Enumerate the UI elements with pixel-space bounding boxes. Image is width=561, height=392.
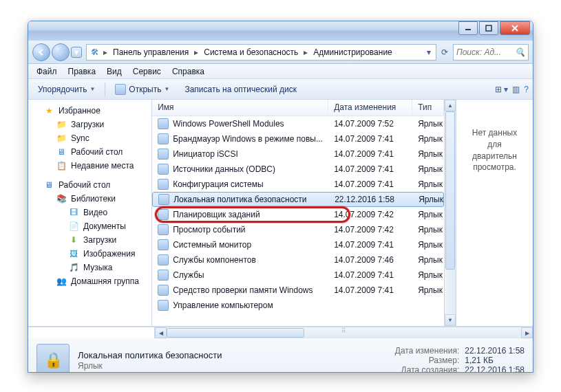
list-item-type: Ярлык: [412, 119, 444, 129]
scroll-thumb[interactable]: [445, 111, 455, 270]
breadcrumb-segment[interactable]: Система и безопасность: [201, 47, 301, 57]
minimize-button[interactable]: [458, 21, 478, 35]
open-button[interactable]: Открыть▼: [109, 82, 175, 97]
list-item-name: Службы компонентов: [173, 255, 256, 265]
document-icon: 📄: [68, 221, 79, 232]
recent-icon: 📋: [56, 160, 67, 171]
burn-button[interactable]: Записать на оптический диск: [179, 83, 302, 96]
list-item[interactable]: Системный монитор14.07.2009 7:41Ярлык: [152, 237, 444, 252]
sidebar-downloads2[interactable]: ⬇Загрузки: [28, 233, 151, 247]
menu-edit[interactable]: Правка: [63, 65, 102, 78]
explorer-window: ▾ 🛠 ▸ Панель управления ▸ Система и безо…: [28, 21, 533, 373]
sidebar-recent[interactable]: 📋Недавние места: [28, 159, 151, 173]
navigation-pane: ★Избранное 📁Загрузки 📁Sync 🖥Рабочий стол…: [28, 100, 152, 326]
folder-icon: 📁: [56, 133, 67, 144]
sidebar-downloads[interactable]: 📁Загрузки: [28, 118, 151, 131]
list-item-type: Ярлык: [412, 270, 444, 280]
menu-service[interactable]: Сервис: [127, 65, 167, 78]
breadcrumb-segment[interactable]: Администрирование: [310, 47, 394, 57]
horizontal-scrollbar[interactable]: ◀ ⠿ ▶: [155, 327, 533, 338]
scroll-thumb[interactable]: [167, 328, 304, 338]
sidebar-documents[interactable]: 📄Документы: [28, 219, 151, 233]
back-button[interactable]: [32, 43, 50, 61]
forward-button[interactable]: [52, 43, 70, 61]
dropdown-icon[interactable]: ▾: [427, 47, 431, 57]
history-dropdown[interactable]: ▾: [71, 47, 82, 58]
shortcut-icon: [158, 300, 169, 311]
menu-view[interactable]: Вид: [101, 65, 127, 78]
list-item-name: Источники данных (ODBC): [173, 164, 275, 174]
breadcrumb-segment[interactable]: Панель управления: [110, 47, 191, 57]
list-item[interactable]: Управление компьютером: [152, 298, 444, 313]
list-item-date: 22.12.2016 1:58: [329, 195, 413, 204]
scroll-left-icon[interactable]: ◀: [155, 327, 167, 338]
sidebar-homegroup[interactable]: 👥Домашняя группа: [28, 274, 151, 288]
label-created: Дата создания:: [395, 365, 460, 373]
desktop-icon: 🖥: [43, 179, 54, 190]
list-item-date: 14.07.2009 7:41: [328, 164, 412, 174]
vertical-scrollbar[interactable]: ▲ ▼: [444, 100, 456, 326]
list-item[interactable]: Источники данных (ODBC)14.07.2009 7:41Яр…: [152, 162, 444, 177]
sidebar-video[interactable]: 🎞Видео: [28, 206, 151, 219]
list-item-name: Брандмауэр Windows в режиме повы...: [173, 134, 323, 144]
search-box[interactable]: 🔍: [453, 44, 529, 61]
folder-icon: 📁: [56, 119, 67, 130]
view-options-icon[interactable]: ⊞ ▾: [495, 85, 508, 94]
shortcut-icon: 🔒: [36, 344, 70, 373]
svg-rect-1: [486, 25, 491, 31]
column-type[interactable]: Тип: [412, 100, 444, 116]
list-item-type: Ярлык: [412, 179, 444, 189]
list-item[interactable]: Брандмауэр Windows в режиме повы...14.07…: [152, 131, 444, 146]
help-icon[interactable]: ?: [524, 85, 529, 94]
sidebar-music[interactable]: 🎵Музыка: [28, 261, 151, 274]
sidebar-desktop[interactable]: 🖥Рабочий стол: [28, 145, 151, 159]
list-item[interactable]: Средство проверки памяти Windows14.07.20…: [152, 283, 444, 298]
refresh-icon[interactable]: ⟳: [441, 47, 448, 57]
shortcut-icon: [158, 194, 169, 205]
maximize-button[interactable]: [479, 21, 498, 35]
list-item-type: Ярлык: [413, 195, 443, 204]
list-item[interactable]: Локальная политика безопасности22.12.201…: [152, 192, 444, 207]
open-icon: [115, 84, 126, 95]
sidebar-libraries[interactable]: 📚Библиотеки: [28, 192, 151, 206]
sidebar-pictures[interactable]: 🖼Изображения: [28, 247, 151, 261]
list-item[interactable]: Просмотр событий14.07.2009 7:42Ярлык: [152, 222, 444, 237]
titlebar: [28, 21, 533, 41]
organize-button[interactable]: Упорядочить▼: [32, 83, 100, 96]
list-item-type: Ярлык: [412, 149, 444, 159]
list-item[interactable]: Службы14.07.2009 7:41Ярлык: [152, 268, 444, 283]
preview-pane-icon[interactable]: ▥: [512, 85, 520, 94]
search-input[interactable]: [456, 47, 505, 57]
shortcut-icon: [158, 179, 169, 190]
list-item-date: 14.07.2009 7:41: [328, 285, 412, 295]
shortcut-icon: [158, 224, 169, 235]
sidebar-sync[interactable]: 📁Sync: [28, 131, 151, 145]
column-name[interactable]: Имя: [152, 100, 328, 116]
details-title: Локальная политика безопасности: [78, 350, 222, 360]
menu-file[interactable]: Файл: [31, 65, 63, 78]
list-item[interactable]: Инициатор iSCSI14.07.2009 7:41Ярлык: [152, 146, 444, 162]
scroll-up-icon[interactable]: ▲: [445, 100, 456, 111]
close-button[interactable]: [500, 21, 530, 35]
list-item-type: Ярлык: [412, 210, 444, 219]
shortcut-icon: [158, 209, 169, 220]
sidebar-favorites[interactable]: ★Избранное: [28, 104, 151, 118]
list-item[interactable]: Конфигурация системы14.07.2009 7:41Ярлык: [152, 177, 444, 192]
control-panel-icon: 🛠: [89, 47, 100, 58]
column-date[interactable]: Дата изменения: [328, 100, 412, 116]
sidebar-desktop-root[interactable]: 🖥Рабочий стол: [28, 178, 151, 192]
scroll-down-icon[interactable]: ▼: [445, 314, 456, 326]
scroll-right-icon[interactable]: ▶: [521, 327, 533, 338]
shortcut-icon: [158, 164, 169, 175]
shortcut-icon: [158, 118, 169, 129]
shortcut-icon: [158, 239, 169, 250]
list-item[interactable]: Windows PowerShell Modules14.07.2009 7:5…: [152, 116, 444, 131]
desktop-icon: 🖥: [56, 146, 67, 157]
list-item[interactable]: Планировщик заданий14.07.2009 7:42Ярлык: [152, 207, 444, 222]
list-item[interactable]: Службы компонентов14.07.2009 7:46Ярлык: [152, 252, 444, 268]
list-item-name: Просмотр событий: [173, 225, 245, 235]
shortcut-icon: [158, 285, 169, 296]
breadcrumb[interactable]: 🛠 ▸ Панель управления ▸ Система и безопа…: [86, 44, 436, 61]
details-pane: 🔒 Локальная политика безопасности Ярлык …: [28, 338, 533, 373]
menu-help[interactable]: Справка: [167, 65, 210, 78]
